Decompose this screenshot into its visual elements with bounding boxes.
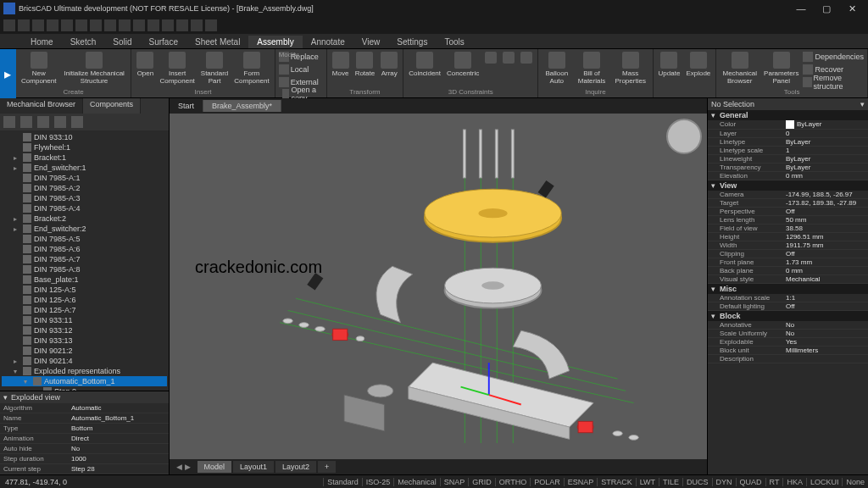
prop-value[interactable]: No xyxy=(786,330,865,337)
init-mech-button[interactable]: Initialize Mechanical Structure xyxy=(61,51,128,86)
funnel-icon[interactable]: ▾ xyxy=(860,100,865,108)
qat-icon[interactable] xyxy=(18,19,30,31)
qat-icon[interactable] xyxy=(75,19,87,31)
tree-tool-icon[interactable] xyxy=(20,116,32,128)
close-button[interactable]: ✕ xyxy=(839,0,865,17)
prop-value[interactable]: ByLayer xyxy=(786,164,865,171)
prop-value[interactable]: Off xyxy=(786,302,865,310)
qat-icon[interactable] xyxy=(147,19,159,31)
prop-value[interactable]: ByLayer xyxy=(786,155,865,163)
tree-node[interactable]: DIN 933:12 xyxy=(2,325,167,336)
tree-node[interactable]: DIN 7985-A:8 xyxy=(2,264,167,274)
tree-node[interactable]: DIN 933:13 xyxy=(2,336,167,346)
prop-value[interactable]: 1:1 xyxy=(786,294,865,302)
prop-value[interactable]: 1296.51 mm xyxy=(786,233,865,241)
bom-button[interactable]: Bill of Materials xyxy=(574,51,609,86)
tree-tool-icon[interactable] xyxy=(71,116,83,128)
tree-node[interactable]: DIN 7985-A:4 xyxy=(2,203,167,214)
status-rt[interactable]: RT xyxy=(765,478,783,486)
tree-node[interactable]: DIN 7985-A:2 xyxy=(2,183,167,193)
prop-value[interactable]: Off xyxy=(786,250,865,258)
prop-value[interactable]: -173.82, 189.38, -27.89 xyxy=(786,199,865,207)
new-component-button[interactable]: New Component xyxy=(19,51,58,86)
section-general[interactable]: ▾General xyxy=(708,110,868,120)
qat-icon[interactable] xyxy=(133,19,145,31)
tab-surface[interactable]: Surface xyxy=(141,36,186,48)
move-button[interactable]: Move xyxy=(331,51,351,78)
tree-node[interactable]: ▾Automatic_Bottom_1 xyxy=(2,376,167,386)
status-iso-25[interactable]: ISO-25 xyxy=(362,478,394,486)
qat-icon[interactable] xyxy=(47,19,58,31)
prop-value[interactable]: Mechanical xyxy=(786,275,865,283)
component-tree[interactable]: DIN 933:10Flywheel:1▸Bracket:1▸End_switc… xyxy=(0,130,169,391)
qat-icon[interactable] xyxy=(191,19,203,31)
coincident-button[interactable]: Coincident xyxy=(407,51,442,78)
tree-node[interactable]: DIN 125-A:7 xyxy=(2,305,167,315)
tree-node[interactable]: DIN 7985-A:5 xyxy=(2,234,167,244)
tab-assembly[interactable]: Assembly xyxy=(248,36,302,48)
prop-value[interactable]: -174.99, 188.5, -26.97 xyxy=(786,191,865,198)
status-esnap[interactable]: ESNAP xyxy=(564,478,598,486)
tree-node[interactable]: DIN 7985-A:3 xyxy=(2,193,167,203)
maximize-button[interactable]: ▢ xyxy=(814,0,839,17)
prop-value[interactable]: 0 mm xyxy=(786,172,865,180)
status-hka[interactable]: HKA xyxy=(782,478,806,486)
mech-browser-button[interactable]: Mechanical Browser xyxy=(720,51,760,86)
prop-value[interactable] xyxy=(786,355,865,363)
qat-icon[interactable] xyxy=(90,19,102,31)
remove-structure-button[interactable]: Remove structure xyxy=(803,76,864,88)
tree-node[interactable]: ▾Exploded representations xyxy=(2,366,167,376)
navigation-ball[interactable] xyxy=(666,119,702,154)
tree-tool-icon[interactable] xyxy=(3,116,15,128)
tree-node[interactable]: ▸Bracket:1 xyxy=(2,152,167,163)
constraint-icon[interactable] xyxy=(519,51,534,64)
prop-value[interactable]: 50 mm xyxy=(786,216,865,224)
qat-icon[interactable] xyxy=(176,19,188,31)
status-none[interactable]: None xyxy=(842,478,868,486)
dependencies-button[interactable]: Dependencies xyxy=(803,51,864,63)
prop-value[interactable]: ByLayer xyxy=(786,120,865,129)
prop-value[interactable]: 1.73 mm xyxy=(786,258,865,266)
layout-tab-add[interactable]: + xyxy=(318,461,336,473)
tree-node[interactable]: DIN 125-A:5 xyxy=(2,285,167,295)
layout-tab-model[interactable]: Model xyxy=(198,461,232,473)
tree-node[interactable]: ▸End_switcher:2 xyxy=(2,224,167,234)
section-block[interactable]: ▾Block xyxy=(708,311,868,321)
insert-component-button[interactable]: Insert Component xyxy=(158,51,196,86)
status-strack[interactable]: STRACK xyxy=(597,478,636,486)
app-menu-button[interactable]: ▸ xyxy=(0,49,16,98)
status-polar[interactable]: POLAR xyxy=(530,478,564,486)
prop-value[interactable]: Off xyxy=(786,208,865,215)
prop-value[interactable]: 1 xyxy=(786,147,865,154)
prop-value[interactable]: Millimeters xyxy=(786,347,865,354)
section-view[interactable]: ▾View xyxy=(708,180,868,191)
tree-node[interactable]: DIN 125-A:6 xyxy=(2,295,167,305)
update-button[interactable]: Update xyxy=(657,51,682,78)
prop-value[interactable]: 0 mm xyxy=(786,267,865,274)
prop-value[interactable]: No xyxy=(786,321,865,329)
qat-icon[interactable] xyxy=(3,19,15,31)
layout-tab-1[interactable]: Layout1 xyxy=(233,461,274,473)
status-mechanical[interactable]: Mechanical xyxy=(393,478,440,486)
tree-node[interactable]: DIN 7985-A:7 xyxy=(2,254,167,264)
qat-icon[interactable] xyxy=(205,19,217,31)
doc-tab-brake[interactable]: Brake_Assembly* xyxy=(203,100,281,112)
local-button[interactable]: Local xyxy=(279,64,323,75)
tree-node[interactable]: ▸End_switcher:1 xyxy=(2,163,167,173)
status-ortho[interactable]: ORTHO xyxy=(495,478,530,486)
3d-canvas[interactable]: crackedonic.com xyxy=(170,114,707,459)
prop-value[interactable]: 38.58 xyxy=(786,225,865,232)
tree-node[interactable]: ▸DIN 9021:4 xyxy=(2,356,167,366)
standard-part-button[interactable]: Standard Part xyxy=(199,51,230,86)
prop-value[interactable]: Bottom xyxy=(68,424,169,433)
form-component-button[interactable]: Form Component xyxy=(232,51,270,86)
array-button[interactable]: Array xyxy=(379,51,399,78)
minimize-button[interactable]: — xyxy=(788,0,814,17)
tree-node[interactable]: DIN 9021:2 xyxy=(2,346,167,356)
tab-components[interactable]: Components xyxy=(83,98,141,114)
concentric-button[interactable]: Concentric xyxy=(445,51,481,78)
tree-node[interactable]: ▸Bracket:2 xyxy=(2,214,167,224)
tree-node[interactable]: Base_plate:1 xyxy=(2,274,167,285)
qat-icon[interactable] xyxy=(32,19,44,31)
prop-value[interactable]: Step 28 xyxy=(68,464,169,474)
